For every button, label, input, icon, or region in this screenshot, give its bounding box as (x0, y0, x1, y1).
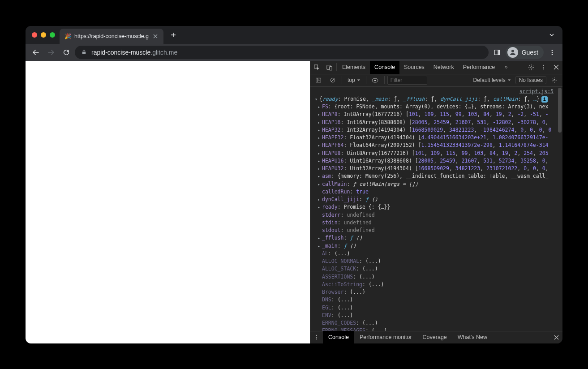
console-property-row[interactable]: ready: Promise {: {…}} (310, 203, 562, 211)
window-close[interactable] (32, 32, 37, 38)
console-property-row[interactable]: _main: ƒ () (310, 242, 562, 250)
object-summary[interactable]: {ready: Promise, _main: ƒ, _fflush: ƒ, d… (319, 95, 548, 103)
console-property-row[interactable]: HEAPF64: Float64Array(2097152) [1.154541… (310, 142, 562, 149)
console-property-row[interactable]: HEAPU32: Uint32Array(4194304) [166850902… (310, 165, 562, 172)
console-property-row[interactable]: HEAPU16: Uint16Array(8388608) [28005, 25… (310, 157, 562, 165)
disclosure-triangle[interactable] (318, 180, 322, 188)
console-property-row[interactable]: dynCall_jiji: ƒ () (310, 196, 562, 203)
page-viewport[interactable] (26, 61, 310, 343)
disclosure-triangle[interactable] (318, 157, 322, 165)
disclosure-triangle[interactable] (318, 172, 322, 180)
toggle-sidebar-button[interactable] (312, 73, 325, 87)
drawer-tab-console[interactable]: Console (323, 331, 354, 343)
clear-console-button[interactable] (326, 73, 339, 87)
devtools-tab-sources[interactable]: Sources (399, 61, 429, 74)
console-property-row[interactable]: ERRNO_MESSAGES: (...) (310, 327, 562, 330)
window-zoom[interactable] (50, 32, 55, 38)
menu-button[interactable] (545, 46, 559, 59)
back-button[interactable] (29, 46, 43, 59)
disclosure-triangle[interactable] (315, 95, 319, 103)
disclosure-triangle[interactable] (318, 134, 322, 142)
console-property-row[interactable]: stdin: undefined (310, 219, 562, 227)
lock-icon (81, 49, 87, 55)
svg-point-13 (543, 69, 544, 69)
drawer-menu-button[interactable] (310, 330, 323, 343)
console-property-row[interactable]: EGL: (...) (310, 304, 562, 312)
disclosure-triangle[interactable] (318, 111, 322, 118)
close-tab-button[interactable] (152, 33, 159, 40)
console-property-row[interactable]: callMain: ƒ callMain(args = []) (310, 180, 562, 188)
console-property-row[interactable]: DNS: (...) (310, 296, 562, 304)
drawer-tab-what-s-new[interactable]: What's New (452, 331, 493, 343)
console-property-row[interactable]: ENV: (...) (310, 312, 562, 319)
more-tabs-button[interactable] (499, 61, 512, 74)
console-property-row[interactable]: ALLOC_NORMAL: (...) (310, 257, 562, 265)
console-property-row[interactable]: AsciiToString: (...) (310, 281, 562, 288)
console-property-row[interactable]: FS: {root: FSNode, mounts: Array(0), dev… (310, 103, 562, 111)
disclosure-triangle[interactable] (318, 196, 322, 203)
console-property-row[interactable]: ASSERTIONS: (...) (310, 273, 562, 281)
console-property-row[interactable]: ERRNO_CODES: (...) (310, 319, 562, 327)
console-settings-button[interactable] (548, 73, 561, 87)
console-property-row[interactable]: HEAPF32: Float32Array(4194304) [4.490441… (310, 134, 562, 142)
svg-rect-0 (82, 51, 86, 54)
devtools-tab-console[interactable]: Console (370, 61, 399, 74)
disclosure-triangle[interactable] (318, 103, 322, 111)
side-panel-button[interactable] (490, 46, 504, 59)
issues-button[interactable]: No Issues (515, 76, 546, 84)
console-property-row[interactable]: HEAP32: Int32Array(4194304) [1668509029,… (310, 126, 562, 134)
devtools-tab-network[interactable]: Network (429, 61, 459, 74)
drawer-tab-coverage[interactable]: Coverage (417, 331, 452, 343)
console-property-row[interactable]: ALLOC_STACK: (...) (310, 265, 562, 273)
filter-input[interactable] (387, 76, 427, 85)
svg-rect-2 (498, 50, 500, 55)
console-property-row[interactable]: HEAPU8: Uint8Array(16777216) [101, 109, … (310, 150, 562, 157)
reload-button[interactable] (60, 46, 73, 59)
svg-point-5 (552, 51, 553, 53)
scrollbar-thumb[interactable] (558, 88, 562, 133)
disclosure-triangle[interactable] (318, 119, 322, 126)
device-toolbar-button[interactable] (323, 61, 335, 74)
console-property-row[interactable]: calledRun: true (310, 188, 562, 196)
console-property-row[interactable]: HEAP16: Int16Array(8388608) [28005, 2545… (310, 119, 562, 126)
tabs-dropdown[interactable] (545, 32, 559, 38)
console-property-row[interactable]: HEAP8: Int8Array(16777216) [101, 109, 11… (310, 111, 562, 118)
svg-point-20 (316, 335, 317, 336)
drawer-tab-performance-monitor[interactable]: Performance monitor (354, 331, 417, 343)
devtools-tab-elements[interactable]: Elements (338, 61, 370, 74)
disclosure-triangle[interactable] (318, 203, 322, 211)
console-property-row[interactable]: Browser: (...) (310, 288, 562, 296)
console-property-row[interactable]: stderr: undefined (310, 211, 562, 219)
devtools-menu-button[interactable] (537, 61, 550, 74)
svg-line-17 (331, 79, 335, 82)
disclosure-triangle[interactable] (318, 150, 322, 157)
devtools-close-button[interactable] (550, 61, 562, 74)
log-levels-selector[interactable]: Default levels (471, 77, 514, 83)
svg-point-4 (552, 50, 553, 51)
window-minimize[interactable] (41, 32, 46, 38)
console-output[interactable]: script.js:5 {ready: Promise, _main: ƒ, _… (310, 87, 562, 331)
context-selector[interactable]: top (345, 77, 363, 83)
console-property-row[interactable]: asm: {memory: Memory(256), __indirect_fu… (310, 172, 562, 180)
console-property-row[interactable]: AL: (...) (310, 250, 562, 257)
drawer-close-button[interactable] (550, 330, 562, 343)
filter-input-wrap (387, 76, 427, 85)
disclosure-triangle[interactable] (318, 242, 322, 250)
live-expression-button[interactable] (369, 73, 382, 87)
svg-point-10 (530, 66, 532, 68)
source-link[interactable]: script.js:5 (310, 88, 562, 95)
omnibox[interactable]: rapid-concise-muscle.glitch.me (75, 46, 489, 59)
forward-button[interactable] (44, 46, 58, 59)
devtools-tab-performance[interactable]: Performance (459, 61, 500, 74)
browser-tab[interactable]: 🎉 https://rapid-concise-muscle.g (60, 29, 163, 44)
disclosure-triangle[interactable] (318, 234, 322, 242)
console-property-row[interactable]: stdout: undefined (310, 227, 562, 234)
inspect-element-button[interactable] (310, 61, 323, 74)
disclosure-triangle[interactable] (318, 126, 322, 134)
profile-button[interactable]: Guest (506, 46, 544, 59)
disclosure-triangle[interactable] (318, 165, 322, 172)
new-tab-button[interactable] (167, 29, 180, 41)
settings-button[interactable] (525, 61, 537, 74)
console-property-row[interactable]: _fflush: ƒ () (310, 234, 562, 242)
disclosure-triangle[interactable] (318, 142, 322, 149)
